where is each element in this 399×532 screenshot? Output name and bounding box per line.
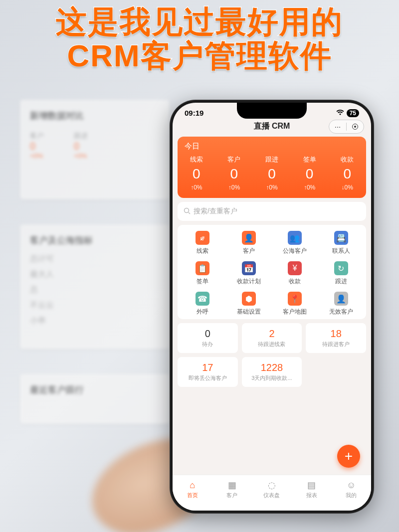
- miniprogram-capsule[interactable]: ···: [329, 120, 364, 134]
- module-客户地图[interactable]: 📍 客户地图: [272, 292, 318, 316]
- capsule-menu-icon[interactable]: ···: [329, 122, 346, 131]
- stats-value: 0: [328, 166, 366, 182]
- wifi-icon: [336, 109, 344, 117]
- module-签单[interactable]: 📋 签单: [180, 261, 226, 286]
- module-label: 联系人: [332, 247, 350, 255]
- headline-line1: 这是我见过最好用的: [0, 5, 399, 39]
- nav-icon: ☺: [346, 480, 357, 491]
- module-外呼[interactable]: ☎ 外呼: [180, 292, 226, 316]
- nav-label: 首页: [187, 492, 198, 499]
- add-button[interactable]: +: [337, 445, 360, 468]
- summary-label: 3天内到期收款...: [244, 374, 300, 382]
- 公海客户-icon: 👥: [288, 231, 302, 245]
- summary-num: 17: [180, 362, 236, 373]
- nav-客户[interactable]: ▦ 客户: [212, 475, 252, 504]
- today-stats-panel: 今日 线索 0 ↑0%客户 0 ↑0%跟进 0 ↑0%签单 0 ↑0%收款 0 …: [178, 137, 366, 198]
- desktop-card-pool: 客户及公海指标 总计可 最大人 总 不云云 小串: [20, 224, 170, 349]
- summary-num: 2: [244, 328, 300, 340]
- stats-today-label[interactable]: 今日: [178, 142, 366, 155]
- stats-cell-0[interactable]: 线索 0 ↑0%: [178, 155, 215, 191]
- module-grid: ⸙ 线索👤 客户👥 公海客户📇 联系人📋 签单📅 收款计划¥ 收款↻ 跟进☎ 外…: [178, 225, 366, 319]
- module-label: 签单: [197, 277, 208, 286]
- module-客户[interactable]: 👤 客户: [226, 231, 272, 255]
- module-收款计划[interactable]: 📅 收款计划: [226, 261, 272, 286]
- stats-value: 0: [215, 166, 253, 182]
- stats-pct: ↑0%: [178, 184, 215, 191]
- module-无效客户[interactable]: 👤 无效客户: [318, 292, 365, 316]
- phone-notch: [237, 103, 307, 119]
- nav-我的[interactable]: ☺ 我的: [331, 475, 371, 504]
- nav-icon: ▤: [306, 480, 317, 491]
- 收款计划-icon: 📅: [242, 261, 256, 275]
- stats-value: 0: [253, 166, 291, 182]
- nav-仪表盘[interactable]: ◌ 仪表盘: [252, 475, 292, 504]
- stats-value: 0: [178, 166, 215, 182]
- summary-card-2[interactable]: 18 待跟进客户: [306, 323, 366, 353]
- module-label: 外呼: [197, 308, 208, 316]
- summary-card-1[interactable]: 2 待跟进线索: [242, 323, 302, 353]
- nav-label: 我的: [346, 492, 357, 499]
- summary-num: 18: [308, 328, 364, 340]
- summary-card-3[interactable]: 17 即将丢公海客户: [178, 357, 238, 387]
- stats-value: 0: [291, 166, 329, 182]
- nav-报表[interactable]: ▤ 报表: [292, 475, 332, 504]
- stats-pct: ↑0%: [215, 184, 253, 191]
- module-公海客户[interactable]: 👥 公海客户: [272, 231, 318, 255]
- stats-label: 收款: [328, 155, 366, 164]
- stats-cell-3[interactable]: 签单 0 ↑0%: [291, 155, 329, 191]
- 无效客户-icon: 👤: [334, 292, 348, 306]
- summary-label: 待跟进线索: [244, 341, 300, 348]
- stats-cell-2[interactable]: 跟进 0 ↑0%: [253, 155, 291, 191]
- stats-label: 签单: [291, 155, 329, 164]
- stats-label: 线索: [178, 155, 215, 164]
- nav-label: 报表: [306, 492, 317, 499]
- status-time: 09:19: [185, 109, 203, 117]
- desktop-card-stats: 新增数据对比 客户 0 +0% 跟进 0 +0%: [20, 100, 170, 199]
- phone-frame: 09:19 75 直播 CRM ··· 今日 线索 0 ↑0%客户 0 ↑0%跟…: [170, 100, 374, 514]
- capsule-close-icon[interactable]: [347, 124, 364, 130]
- module-联系人[interactable]: 📇 联系人: [318, 231, 365, 255]
- stats-label: 跟进: [253, 155, 291, 164]
- search-input[interactable]: 搜索/查重客户: [178, 202, 366, 221]
- bottom-nav: ⌂ 首页▦ 客户◌ 仪表盘▤ 报表☺ 我的: [173, 475, 371, 511]
- 跟进-icon: ↻: [334, 261, 348, 275]
- module-label: 客户: [243, 247, 255, 255]
- module-label: 无效客户: [329, 308, 353, 316]
- module-label: 客户地图: [283, 308, 307, 316]
- battery-level: 75: [347, 109, 359, 117]
- svg-line-1: [189, 212, 190, 214]
- nav-首页[interactable]: ⌂ 首页: [173, 475, 212, 504]
- desktop-card-recent: 最近客户跟行: [20, 374, 170, 424]
- stats-pct: ↓0%: [328, 184, 366, 191]
- phone-screen: 09:19 75 直播 CRM ··· 今日 线索 0 ↑0%客户 0 ↑0%跟…: [173, 103, 371, 511]
- module-基础设置[interactable]: ⬢ 基础设置: [226, 292, 272, 316]
- 联系人-icon: 📇: [334, 231, 348, 245]
- stats-cell-1[interactable]: 客户 0 ↑0%: [215, 155, 253, 191]
- nav-icon: ⌂: [187, 480, 198, 491]
- search-placeholder: 搜索/查重客户: [194, 207, 237, 216]
- 线索-icon: ⸙: [196, 231, 209, 245]
- summary-card-4[interactable]: 1228 3天内到期收款...: [242, 357, 302, 387]
- summary-card-0[interactable]: 0 待办: [178, 323, 238, 353]
- search-icon: [184, 207, 191, 216]
- module-跟进[interactable]: ↻ 跟进: [318, 261, 365, 286]
- stats-cell-4[interactable]: 收款 0 ↓0%: [328, 155, 366, 191]
- module-label: 线索: [197, 247, 208, 255]
- 签单-icon: 📋: [196, 261, 209, 275]
- 基础设置-icon: ⬢: [242, 292, 256, 306]
- headline-line2: CRM客户管理软件: [0, 39, 399, 73]
- svg-point-0: [185, 208, 189, 212]
- 客户地图-icon: 📍: [288, 292, 302, 306]
- 收款-icon: ¥: [288, 261, 302, 275]
- summary-label: 待办: [180, 341, 236, 348]
- 客户-icon: 👤: [242, 231, 256, 245]
- 外呼-icon: ☎: [196, 292, 209, 306]
- module-label: 收款: [289, 277, 301, 286]
- module-label: 收款计划: [237, 277, 261, 286]
- module-label: 基础设置: [237, 308, 261, 316]
- module-线索[interactable]: ⸙ 线索: [180, 231, 226, 255]
- promo-headline: 这是我见过最好用的 CRM客户管理软件: [0, 5, 399, 73]
- module-收款[interactable]: ¥ 收款: [272, 261, 318, 286]
- nav-label: 仪表盘: [263, 492, 280, 499]
- summary-row-2: 17 即将丢公海客户1228 3天内到期收款...: [178, 357, 366, 387]
